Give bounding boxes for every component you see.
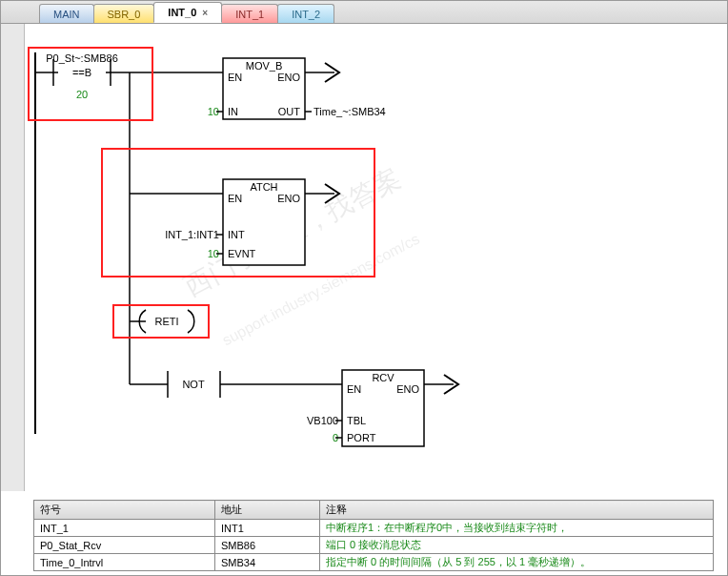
contact-value: 20 [76, 89, 88, 100]
movb-in: IN [228, 106, 238, 117]
atch-title: ATCH [250, 181, 277, 193]
rcv-tbllabel: VB100 [307, 415, 338, 426]
atch-int: INT [228, 229, 245, 240]
cell-addr: SMB86 [215, 537, 320, 554]
symbol-table[interactable]: 符号 地址 注释 INT_1 INT1 中断程序1：在中断程序0中，当接收到结束… [33, 500, 714, 571]
atch-evnt: EVNT [228, 248, 256, 259]
cell-sym: P0_Stat_Rcv [34, 537, 215, 554]
rcv-port: PORT [347, 432, 376, 443]
col-symbol[interactable]: 符号 [34, 501, 215, 520]
cell-addr: SMB34 [215, 554, 320, 571]
movb-title: MOV_B [246, 60, 283, 72]
movb-outlabel: Time_~:SMB34 [313, 106, 386, 117]
close-icon[interactable]: × [202, 8, 208, 18]
table-row[interactable]: P0_Stat_Rcv SMB86 端口 0 接收消息状态 [34, 537, 714, 554]
movb-en: EN [228, 72, 242, 83]
contact-op: ==B [72, 67, 91, 78]
cell-sym: Time_0_Intrvl [34, 554, 215, 571]
ladder-svg: P0_St~:SMB86 ==B 20 MOV_B EN ENO IN OUT … [1, 24, 727, 491]
cell-comment: 端口 0 接收消息状态 [320, 537, 714, 554]
tab-int2[interactable]: INT_2 [277, 4, 334, 23]
cell-comment: 指定中断 0 的时间间隔（从 5 到 255，以 1 毫秒递增）。 [320, 554, 714, 571]
movb-eno: ENO [277, 72, 300, 83]
atch-en: EN [228, 193, 242, 204]
not-label: NOT [182, 379, 205, 390]
reti-label: RETI [154, 316, 178, 327]
table-row[interactable]: INT_1 INT1 中断程序1：在中断程序0中，当接收到结束字符时， [34, 520, 714, 537]
atch-eno: ENO [277, 193, 300, 204]
col-comment[interactable]: 注释 [320, 501, 714, 520]
cell-sym: INT_1 [34, 520, 215, 537]
col-address[interactable]: 地址 [215, 501, 320, 520]
table-row[interactable]: Time_0_Intrvl SMB34 指定中断 0 的时间间隔（从 5 到 2… [34, 554, 714, 571]
rcv-tbl: TBL [347, 415, 366, 426]
tab-main[interactable]: MAIN [39, 4, 94, 23]
contact-label: P0_St~:SMB86 [46, 52, 118, 64]
movb-out: OUT [278, 106, 301, 117]
ladder-editor[interactable]: 西门子工业，找答案 support.industry.siemens.com/c… [1, 24, 727, 491]
rcv-title: RCV [372, 372, 394, 383]
tab-int0[interactable]: INT_0× [153, 2, 222, 23]
tab-label: MAIN [53, 9, 80, 20]
table-header-row: 符号 地址 注释 [34, 501, 714, 520]
tab-label: SBR_0 [108, 9, 141, 20]
tab-label: INT_1 [235, 9, 264, 20]
tab-int1[interactable]: INT_1 [221, 4, 278, 23]
atch-intlabel: INT_1:INT1 [165, 229, 219, 240]
tab-sbr0[interactable]: SBR_0 [93, 4, 155, 23]
rcv-eno: ENO [396, 383, 419, 395]
tab-label: INT_2 [292, 9, 320, 20]
cell-addr: INT1 [215, 520, 320, 537]
tab-label: INT_0 [168, 7, 196, 18]
cell-comment: 中断程序1：在中断程序0中，当接收到结束字符时， [320, 520, 714, 537]
rcv-en: EN [347, 383, 361, 395]
tab-bar: MAIN SBR_0 INT_0× INT_1 INT_2 [1, 1, 727, 24]
